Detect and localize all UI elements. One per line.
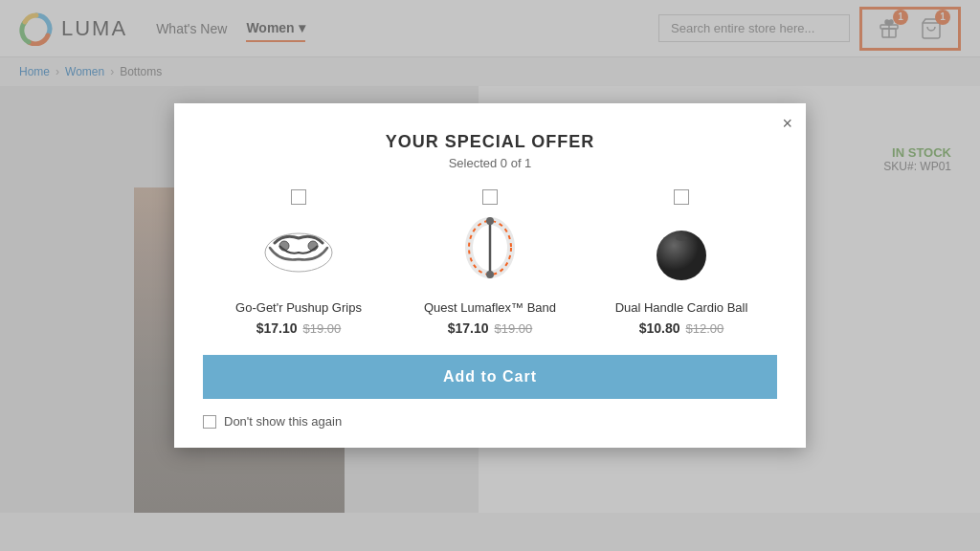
product-2-price-old: $19.00 xyxy=(495,321,533,336)
modal-title: YOUR SPECIAL OFFER xyxy=(203,132,777,152)
pushup-grips-icon xyxy=(256,219,342,286)
product-3-price-new: $10.80 xyxy=(639,320,680,336)
product-2-image xyxy=(442,214,538,291)
product-1-image xyxy=(251,214,346,291)
product-1-price-old: $19.00 xyxy=(303,321,342,336)
product-3-price-old: $12.00 xyxy=(686,321,724,336)
add-to-cart-button[interactable]: Add to Cart xyxy=(203,355,777,399)
modal-product-1: Go-Get'r Pushup Grips $17.10 $19.00 xyxy=(208,189,390,336)
product-3-checkbox[interactable] xyxy=(674,189,689,205)
modal-product-3: Dual Handle Cardio Ball $10.80 $12.00 xyxy=(590,189,772,336)
product-3-price: $10.80 $12.00 xyxy=(639,320,724,336)
special-offer-modal: × YOUR SPECIAL OFFER Selected 0 of 1 xyxy=(174,103,806,448)
product-2-checkbox[interactable] xyxy=(482,189,498,205)
product-2-name: Quest Lumaflex™ Band xyxy=(424,300,556,315)
product-3-name: Dual Handle Cardio Ball xyxy=(615,300,748,315)
svg-point-11 xyxy=(486,271,494,278)
product-1-price: $17.10 $19.00 xyxy=(256,320,342,336)
modal-subtitle: Selected 0 of 1 xyxy=(203,156,777,170)
lumaflex-band-icon xyxy=(457,214,523,291)
modal-close-button[interactable]: × xyxy=(782,115,792,132)
product-2-price: $17.10 $19.00 xyxy=(448,320,533,336)
svg-point-10 xyxy=(486,217,494,225)
modal-products: Go-Get'r Pushup Grips $17.10 $19.00 xyxy=(203,189,777,336)
product-1-checkbox[interactable] xyxy=(291,189,306,205)
modal-product-2: Quest Lumaflex™ Band $17.10 $19.00 xyxy=(399,189,581,336)
product-1-price-new: $17.10 xyxy=(256,320,298,336)
modal-overlay: × YOUR SPECIAL OFFER Selected 0 of 1 xyxy=(0,0,980,551)
dont-show-row: Don't show this again xyxy=(203,414,777,429)
product-2-price-new: $17.10 xyxy=(448,320,489,336)
svg-point-13 xyxy=(676,235,687,241)
dont-show-label: Don't show this again xyxy=(224,414,342,429)
dont-show-checkbox[interactable] xyxy=(203,415,216,429)
cardio-ball-icon xyxy=(648,219,715,286)
product-3-image xyxy=(634,214,729,291)
product-1-name: Go-Get'r Pushup Grips xyxy=(235,300,362,315)
